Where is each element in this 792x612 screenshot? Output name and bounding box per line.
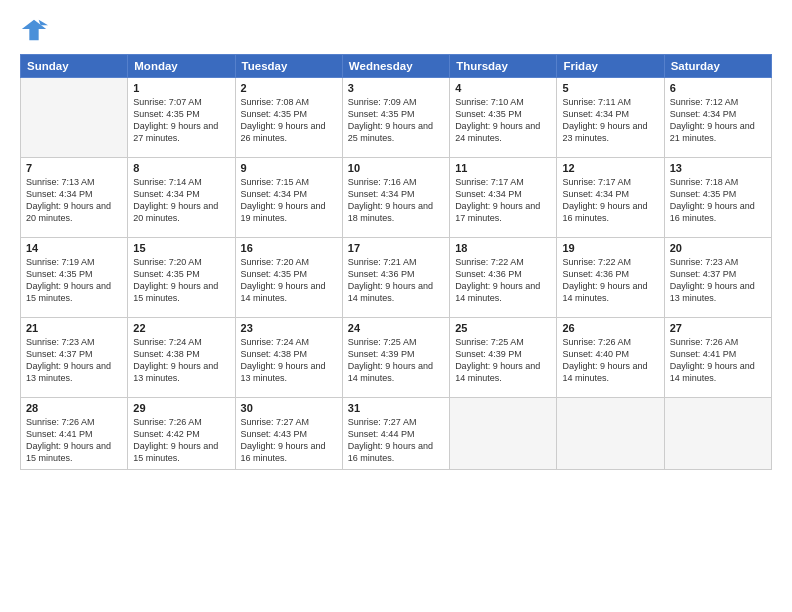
- calendar-cell: 30Sunrise: 7:27 AMSunset: 4:43 PMDayligh…: [235, 398, 342, 470]
- calendar-cell: 16Sunrise: 7:20 AMSunset: 4:35 PMDayligh…: [235, 238, 342, 318]
- day-number: 2: [241, 82, 337, 94]
- calendar-cell: 20Sunrise: 7:23 AMSunset: 4:37 PMDayligh…: [664, 238, 771, 318]
- day-info: Sunrise: 7:17 AMSunset: 4:34 PMDaylight:…: [455, 176, 551, 225]
- calendar-cell: 18Sunrise: 7:22 AMSunset: 4:36 PMDayligh…: [450, 238, 557, 318]
- logo-icon: [20, 16, 48, 44]
- calendar-cell: 12Sunrise: 7:17 AMSunset: 4:34 PMDayligh…: [557, 158, 664, 238]
- day-info: Sunrise: 7:20 AMSunset: 4:35 PMDaylight:…: [133, 256, 229, 305]
- calendar-cell: 28Sunrise: 7:26 AMSunset: 4:41 PMDayligh…: [21, 398, 128, 470]
- day-info: Sunrise: 7:23 AMSunset: 4:37 PMDaylight:…: [26, 336, 122, 385]
- day-number: 26: [562, 322, 658, 334]
- calendar-cell: 25Sunrise: 7:25 AMSunset: 4:39 PMDayligh…: [450, 318, 557, 398]
- day-info: Sunrise: 7:24 AMSunset: 4:38 PMDaylight:…: [241, 336, 337, 385]
- day-number: 20: [670, 242, 766, 254]
- day-number: 5: [562, 82, 658, 94]
- day-info: Sunrise: 7:21 AMSunset: 4:36 PMDaylight:…: [348, 256, 444, 305]
- day-info: Sunrise: 7:08 AMSunset: 4:35 PMDaylight:…: [241, 96, 337, 145]
- day-header-friday: Friday: [557, 55, 664, 78]
- day-header-thursday: Thursday: [450, 55, 557, 78]
- calendar-cell: 27Sunrise: 7:26 AMSunset: 4:41 PMDayligh…: [664, 318, 771, 398]
- day-info: Sunrise: 7:27 AMSunset: 4:44 PMDaylight:…: [348, 416, 444, 465]
- calendar-cell: 23Sunrise: 7:24 AMSunset: 4:38 PMDayligh…: [235, 318, 342, 398]
- calendar-cell: 22Sunrise: 7:24 AMSunset: 4:38 PMDayligh…: [128, 318, 235, 398]
- calendar-cell: 14Sunrise: 7:19 AMSunset: 4:35 PMDayligh…: [21, 238, 128, 318]
- day-header-tuesday: Tuesday: [235, 55, 342, 78]
- calendar-cell: [664, 398, 771, 470]
- calendar-cell: 19Sunrise: 7:22 AMSunset: 4:36 PMDayligh…: [557, 238, 664, 318]
- day-info: Sunrise: 7:07 AMSunset: 4:35 PMDaylight:…: [133, 96, 229, 145]
- calendar-cell: 7Sunrise: 7:13 AMSunset: 4:34 PMDaylight…: [21, 158, 128, 238]
- calendar-cell: 31Sunrise: 7:27 AMSunset: 4:44 PMDayligh…: [342, 398, 449, 470]
- calendar-cell: 5Sunrise: 7:11 AMSunset: 4:34 PMDaylight…: [557, 78, 664, 158]
- day-info: Sunrise: 7:22 AMSunset: 4:36 PMDaylight:…: [562, 256, 658, 305]
- day-header-sunday: Sunday: [21, 55, 128, 78]
- day-number: 8: [133, 162, 229, 174]
- day-info: Sunrise: 7:11 AMSunset: 4:34 PMDaylight:…: [562, 96, 658, 145]
- day-number: 16: [241, 242, 337, 254]
- day-number: 14: [26, 242, 122, 254]
- day-info: Sunrise: 7:09 AMSunset: 4:35 PMDaylight:…: [348, 96, 444, 145]
- day-number: 6: [670, 82, 766, 94]
- day-number: 28: [26, 402, 122, 414]
- day-number: 3: [348, 82, 444, 94]
- day-info: Sunrise: 7:26 AMSunset: 4:40 PMDaylight:…: [562, 336, 658, 385]
- day-number: 7: [26, 162, 122, 174]
- calendar-cell: [21, 78, 128, 158]
- day-number: 22: [133, 322, 229, 334]
- calendar-cell: 29Sunrise: 7:26 AMSunset: 4:42 PMDayligh…: [128, 398, 235, 470]
- day-number: 30: [241, 402, 337, 414]
- day-info: Sunrise: 7:26 AMSunset: 4:42 PMDaylight:…: [133, 416, 229, 465]
- day-info: Sunrise: 7:10 AMSunset: 4:35 PMDaylight:…: [455, 96, 551, 145]
- day-info: Sunrise: 7:20 AMSunset: 4:35 PMDaylight:…: [241, 256, 337, 305]
- day-info: Sunrise: 7:15 AMSunset: 4:34 PMDaylight:…: [241, 176, 337, 225]
- day-number: 25: [455, 322, 551, 334]
- day-number: 21: [26, 322, 122, 334]
- day-info: Sunrise: 7:25 AMSunset: 4:39 PMDaylight:…: [348, 336, 444, 385]
- day-number: 1: [133, 82, 229, 94]
- calendar-cell: 8Sunrise: 7:14 AMSunset: 4:34 PMDaylight…: [128, 158, 235, 238]
- calendar-cell: 6Sunrise: 7:12 AMSunset: 4:34 PMDaylight…: [664, 78, 771, 158]
- day-number: 24: [348, 322, 444, 334]
- calendar-cell: 26Sunrise: 7:26 AMSunset: 4:40 PMDayligh…: [557, 318, 664, 398]
- day-number: 12: [562, 162, 658, 174]
- calendar-cell: 21Sunrise: 7:23 AMSunset: 4:37 PMDayligh…: [21, 318, 128, 398]
- calendar-cell: 1Sunrise: 7:07 AMSunset: 4:35 PMDaylight…: [128, 78, 235, 158]
- calendar-cell: 4Sunrise: 7:10 AMSunset: 4:35 PMDaylight…: [450, 78, 557, 158]
- calendar-cell: [557, 398, 664, 470]
- day-number: 19: [562, 242, 658, 254]
- day-info: Sunrise: 7:22 AMSunset: 4:36 PMDaylight:…: [455, 256, 551, 305]
- calendar-cell: 10Sunrise: 7:16 AMSunset: 4:34 PMDayligh…: [342, 158, 449, 238]
- day-info: Sunrise: 7:25 AMSunset: 4:39 PMDaylight:…: [455, 336, 551, 385]
- day-number: 18: [455, 242, 551, 254]
- day-info: Sunrise: 7:26 AMSunset: 4:41 PMDaylight:…: [670, 336, 766, 385]
- day-info: Sunrise: 7:19 AMSunset: 4:35 PMDaylight:…: [26, 256, 122, 305]
- day-number: 23: [241, 322, 337, 334]
- day-number: 4: [455, 82, 551, 94]
- calendar-cell: 2Sunrise: 7:08 AMSunset: 4:35 PMDaylight…: [235, 78, 342, 158]
- day-info: Sunrise: 7:14 AMSunset: 4:34 PMDaylight:…: [133, 176, 229, 225]
- header: [20, 16, 772, 44]
- calendar-week-row: 1Sunrise: 7:07 AMSunset: 4:35 PMDaylight…: [21, 78, 772, 158]
- day-number: 15: [133, 242, 229, 254]
- calendar-cell: 11Sunrise: 7:17 AMSunset: 4:34 PMDayligh…: [450, 158, 557, 238]
- calendar-table: SundayMondayTuesdayWednesdayThursdayFrid…: [20, 54, 772, 470]
- day-info: Sunrise: 7:16 AMSunset: 4:34 PMDaylight:…: [348, 176, 444, 225]
- calendar-cell: 24Sunrise: 7:25 AMSunset: 4:39 PMDayligh…: [342, 318, 449, 398]
- day-info: Sunrise: 7:27 AMSunset: 4:43 PMDaylight:…: [241, 416, 337, 465]
- calendar-cell: 9Sunrise: 7:15 AMSunset: 4:34 PMDaylight…: [235, 158, 342, 238]
- day-number: 10: [348, 162, 444, 174]
- day-number: 9: [241, 162, 337, 174]
- calendar-cell: 13Sunrise: 7:18 AMSunset: 4:35 PMDayligh…: [664, 158, 771, 238]
- day-header-wednesday: Wednesday: [342, 55, 449, 78]
- day-header-monday: Monday: [128, 55, 235, 78]
- day-info: Sunrise: 7:13 AMSunset: 4:34 PMDaylight:…: [26, 176, 122, 225]
- day-number: 31: [348, 402, 444, 414]
- day-number: 29: [133, 402, 229, 414]
- page: SundayMondayTuesdayWednesdayThursdayFrid…: [0, 0, 792, 612]
- calendar-cell: 15Sunrise: 7:20 AMSunset: 4:35 PMDayligh…: [128, 238, 235, 318]
- calendar-week-row: 7Sunrise: 7:13 AMSunset: 4:34 PMDaylight…: [21, 158, 772, 238]
- calendar-cell: [450, 398, 557, 470]
- day-info: Sunrise: 7:12 AMSunset: 4:34 PMDaylight:…: [670, 96, 766, 145]
- day-number: 11: [455, 162, 551, 174]
- day-info: Sunrise: 7:18 AMSunset: 4:35 PMDaylight:…: [670, 176, 766, 225]
